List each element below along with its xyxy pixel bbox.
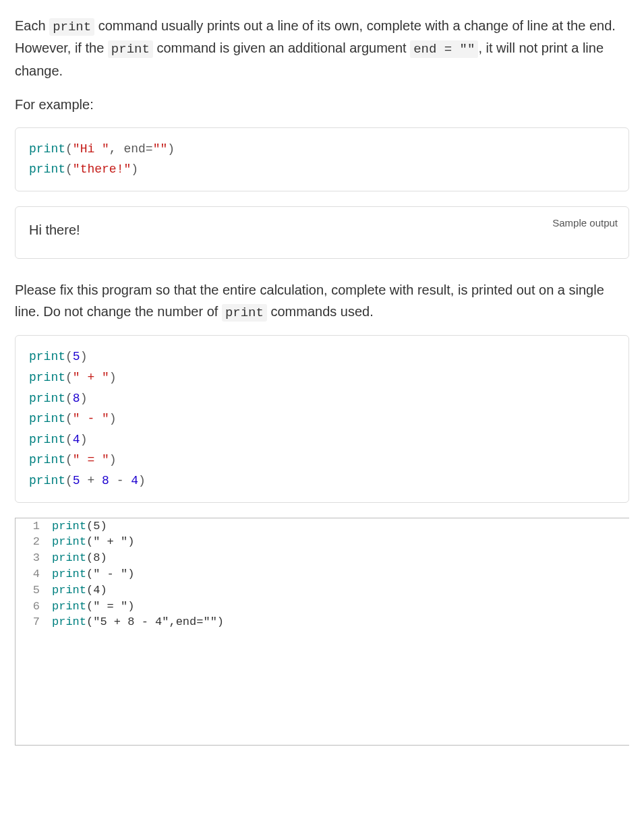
code-string: " = " — [73, 453, 109, 466]
code-op: - — [109, 474, 131, 487]
example-code-block: print("Hi ", end="") print("there!") — [15, 127, 629, 191]
line-number: 5 — [16, 582, 48, 599]
line-number: 6 — [16, 599, 48, 615]
code-number: 4 — [73, 433, 80, 446]
code-paren: ( — [65, 162, 73, 176]
code-paren: ( — [65, 392, 73, 405]
code-paren: ( — [65, 371, 73, 384]
code-keyword: print — [52, 551, 86, 564]
code-rest: (" + ") — [86, 535, 134, 548]
editor-line[interactable]: 6 print(" = ") — [16, 599, 629, 615]
intro-text-1: Each — [15, 18, 49, 33]
editor-code[interactable]: print(" = ") — [48, 599, 629, 615]
sample-output-label: Sample output — [552, 215, 618, 231]
code-comma: , — [109, 142, 124, 156]
editor-line[interactable]: 2 print(" + ") — [16, 534, 629, 550]
line-number: 7 — [16, 614, 48, 630]
editor-line[interactable]: 5 print(4) — [16, 582, 629, 599]
code-keyword: print — [29, 392, 65, 405]
editor-line[interactable]: 1 print(5) — [16, 518, 629, 535]
editor-code[interactable]: print(5) — [48, 518, 629, 535]
code-keyword: print — [52, 520, 86, 533]
code-keyword: print — [29, 412, 65, 425]
code-keyword: print — [52, 568, 86, 580]
code-keyword: print — [29, 371, 65, 384]
code-string: " + " — [73, 371, 109, 384]
code-keyword: print — [52, 600, 86, 613]
editor-code[interactable]: print(" - ") — [48, 566, 629, 582]
code-paren: ( — [65, 474, 73, 487]
for-example-label: For example: — [15, 94, 629, 115]
code-keyword: print — [29, 142, 65, 156]
intro-text-3: command is given an additional argument — [153, 40, 410, 55]
task-code-block: print(5) print(" + ") print(8) print(" -… — [15, 335, 629, 502]
code-paren: ( — [65, 453, 73, 466]
code-paren: ( — [65, 412, 73, 425]
code-string: "" — [153, 142, 168, 156]
code-string: " - " — [73, 412, 109, 425]
code-rest: (5) — [86, 520, 107, 533]
task-paragraph: Please fix this program so that the enti… — [15, 279, 629, 323]
code-keyword: print — [29, 162, 65, 176]
code-paren: ) — [138, 474, 146, 487]
code-paren: ) — [167, 142, 175, 156]
code-keyword: print — [52, 535, 86, 548]
code-op: + — [80, 474, 102, 487]
code-rest: (8) — [86, 551, 107, 564]
line-number: 2 — [16, 534, 48, 550]
inline-code-print-1: print — [49, 18, 94, 36]
code-rest: (" - ") — [86, 568, 134, 580]
code-number: 8 — [102, 474, 109, 487]
code-paren: ) — [109, 412, 117, 425]
code-string: "Hi " — [73, 142, 109, 156]
code-paren: ( — [65, 433, 73, 446]
code-number: 5 — [73, 350, 80, 363]
code-paren: ) — [80, 392, 88, 405]
code-keyword: print — [29, 453, 65, 466]
inline-code-print-2: print — [108, 40, 153, 58]
code-keyword: print — [29, 350, 65, 363]
task-text-2: commands used. — [267, 304, 374, 319]
code-eq: = — [146, 142, 153, 156]
code-keyword: print — [29, 474, 65, 487]
code-keyword: print — [52, 615, 86, 628]
sample-output-block: Sample output Hi there! — [15, 206, 629, 259]
editor-line[interactable]: 7 print("5 + 8 - 4",end="") — [16, 614, 629, 630]
editor-code[interactable]: print(8) — [48, 550, 629, 566]
code-paren: ) — [131, 162, 138, 176]
code-rest: (" = ") — [86, 600, 134, 613]
editor-line[interactable]: 3 print(8) — [16, 550, 629, 566]
editor-line[interactable]: 4 print(" - ") — [16, 566, 629, 582]
code-paren: ( — [65, 142, 73, 156]
code-keyword: print — [29, 433, 65, 446]
code-number: 4 — [131, 474, 138, 487]
line-number: 3 — [16, 550, 48, 566]
code-paren: ) — [109, 371, 117, 384]
sample-output-text: Hi there! — [29, 219, 615, 241]
editor-code[interactable]: print(4) — [48, 582, 629, 599]
code-string: "there!" — [73, 162, 131, 176]
code-editor[interactable]: 1 print(5) 2 print(" + ") 3 print(8) 4 p… — [15, 518, 629, 746]
code-rest: ("5 + 8 - 4",end="") — [86, 615, 224, 628]
code-arg: end — [123, 142, 145, 156]
code-number: 8 — [73, 392, 80, 405]
code-paren: ( — [65, 350, 73, 363]
inline-code-print-3: print — [222, 304, 267, 322]
editor-code[interactable]: print("5 + 8 - 4",end="") — [48, 614, 629, 630]
inline-code-end-arg: end = "" — [410, 40, 478, 58]
line-number: 4 — [16, 566, 48, 582]
code-number: 5 — [73, 474, 80, 487]
editor-empty-area[interactable] — [16, 630, 629, 745]
code-rest: (4) — [86, 584, 107, 597]
code-keyword: print — [52, 584, 86, 597]
code-paren: ) — [80, 433, 88, 446]
intro-paragraph: Each print command usually prints out a … — [15, 15, 629, 82]
line-number: 1 — [16, 518, 48, 535]
code-paren: ) — [109, 453, 117, 466]
editor-code[interactable]: print(" + ") — [48, 534, 629, 550]
code-paren: ) — [80, 350, 88, 363]
